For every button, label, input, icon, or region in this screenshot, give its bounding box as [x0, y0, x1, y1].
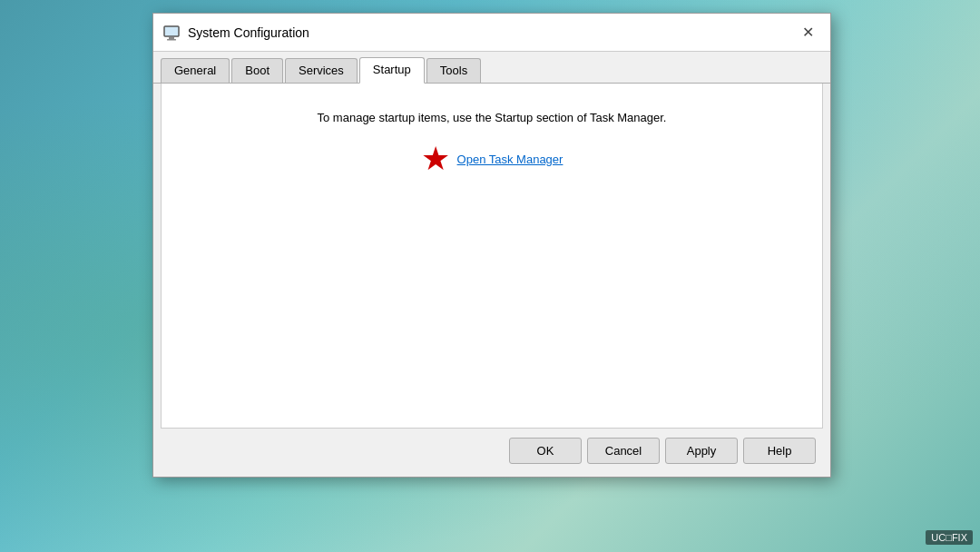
ucfix-badge: UC□FIX	[926, 530, 973, 545]
tab-tools[interactable]: Tools	[426, 58, 481, 83]
close-button[interactable]: ✕	[794, 19, 821, 46]
star-icon: ★	[421, 143, 450, 175]
content-area: To manage startup items, use the Startup…	[161, 84, 823, 429]
svg-rect-1	[169, 37, 174, 39]
tab-bar: General Boot Services Startup Tools	[153, 52, 830, 84]
window-title: System Configuration	[188, 25, 794, 40]
button-row: OK Cancel Apply Help	[153, 429, 830, 477]
open-task-manager-link[interactable]: Open Task Manager	[457, 153, 564, 166]
tab-services[interactable]: Services	[285, 58, 358, 83]
system-configuration-window: System Configuration ✕ General Boot Serv…	[152, 13, 831, 478]
cancel-button[interactable]: Cancel	[587, 438, 660, 464]
svg-rect-0	[164, 26, 179, 36]
tab-general[interactable]: General	[161, 58, 230, 83]
tab-startup[interactable]: Startup	[359, 57, 425, 84]
ok-button[interactable]: OK	[509, 438, 582, 464]
help-button[interactable]: Help	[743, 438, 816, 464]
startup-message: To manage startup items, use the Startup…	[318, 111, 667, 124]
tab-boot[interactable]: Boot	[231, 58, 283, 83]
task-manager-row: ★ Open Task Manager	[421, 143, 564, 175]
title-bar: System Configuration ✕	[153, 14, 830, 52]
apply-button[interactable]: Apply	[665, 438, 738, 464]
svg-rect-2	[167, 39, 176, 41]
window-icon	[162, 24, 181, 42]
